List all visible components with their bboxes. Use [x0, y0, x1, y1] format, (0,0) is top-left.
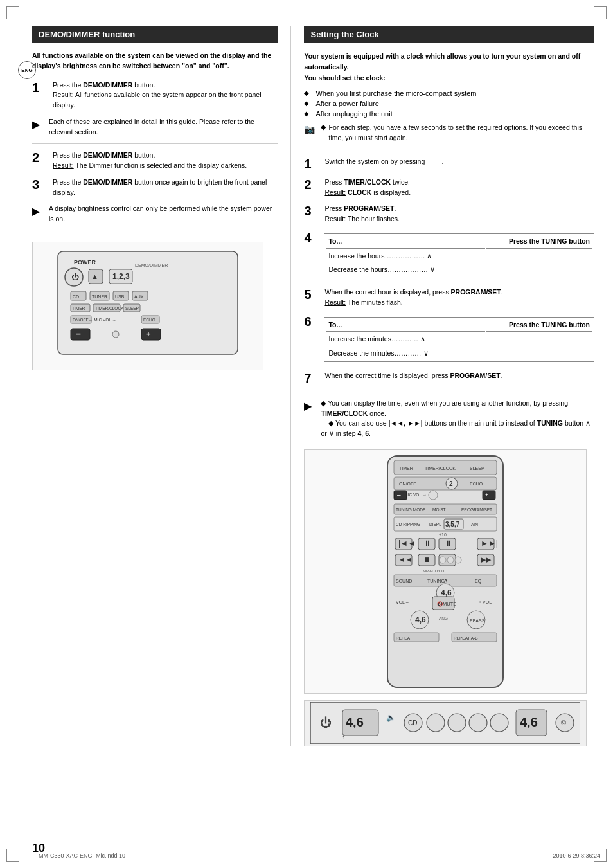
bold-text: DEMO/DIMMER: [83, 81, 132, 89]
step-number: 3: [32, 177, 49, 192]
svg-text:ON/OFF: ON/OFF: [73, 318, 89, 322]
svg-text:REPEAT A-B: REPEAT A-B: [454, 636, 478, 640]
svg-text:+: +: [485, 492, 488, 498]
bullet-list: ◆ When you first purchase the micro-comp…: [304, 89, 594, 118]
svg-text:VOL –: VOL –: [396, 600, 409, 604]
left-note-1: ▶ Each of these are explained in detail …: [32, 117, 278, 138]
right-intro: Your system is equipped with a clock whi…: [304, 51, 594, 83]
table-cell: [486, 333, 592, 346]
svg-text:+10: +10: [439, 532, 447, 537]
svg-text:4,6: 4,6: [520, 715, 538, 729]
bullet-text: After unplugging the unit: [315, 110, 392, 118]
svg-text:___: ___: [386, 727, 397, 734]
svg-point-108: [448, 714, 466, 732]
bold-text: TIMER/CLOCK: [321, 410, 368, 417]
bold-text: 4: [358, 429, 362, 437]
right-bottom-note-1: ▶ ◆ You can display the time, even when …: [304, 399, 594, 439]
bold-text: DEMO/DIMMER: [83, 178, 132, 186]
arrow-icon: ▶: [304, 400, 317, 412]
svg-text:🔇MUTE: 🔇MUTE: [437, 601, 456, 607]
svg-point-73: [440, 557, 446, 563]
table-row: Decrease the hours……………… ∨: [326, 264, 592, 276]
step-content: Press TIMER/CLOCK twice. Result: CLOCK i…: [324, 177, 411, 198]
step-content: Switch the system on by pressing .: [324, 157, 443, 167]
step-number: 5: [304, 287, 321, 302]
divider: [32, 143, 278, 144]
diamond-icon: ◆: [321, 123, 326, 131]
svg-text:AIN: AIN: [471, 522, 478, 527]
right-step-4: 4 To... Press the TUNING button Increase…: [304, 231, 594, 281]
divider: [304, 392, 594, 392]
step-number: 1: [32, 80, 49, 95]
camera-icon: 📷: [304, 124, 317, 134]
bold-text: |◄◄, ►►|: [388, 419, 422, 427]
svg-point-75: [455, 557, 461, 563]
svg-text:▶▶: ▶▶: [481, 556, 492, 563]
svg-text:⏸: ⏸: [445, 539, 452, 548]
svg-text:ECHO: ECHO: [470, 482, 483, 486]
right-section-title: Setting the Clock: [304, 26, 594, 43]
svg-text:CD RIPPING: CD RIPPING: [396, 522, 420, 527]
bold-text: CLOCK: [348, 188, 371, 196]
table-header-col1: To...: [326, 319, 485, 332]
table-cell: [486, 250, 592, 263]
step-number: 2: [304, 177, 321, 192]
bold-text: PROGRAM/SET: [451, 288, 501, 296]
remote-svg: TIMER TIMER/CLOCK SLEEP ON/OFF 2 ECHO ← …: [375, 453, 516, 691]
right-column: Setting the Clock Your system is equippe…: [291, 26, 594, 746]
diamond-icon: ◆: [321, 399, 328, 407]
svg-text:1: 1: [342, 735, 346, 741]
right-step-3: 3 Press PROGRAM/SET. Result: The hour fl…: [304, 204, 594, 224]
diamond-icon: ◆: [304, 100, 313, 107]
bold-text: PROGRAM/SET: [344, 204, 394, 212]
arrow-icon: ▶: [32, 205, 45, 217]
display-svg: ⏻ 4,6 🔈 ___ CD 4,6: [310, 702, 580, 744]
right-step-5: 5 When the correct hour is displayed, pr…: [304, 287, 594, 308]
table-row: Increase the hours……………… ∧: [326, 250, 592, 263]
step-content: To... Press the TUNING button Increase t…: [324, 314, 594, 365]
svg-text:∧: ∧: [443, 577, 448, 584]
svg-text:MOIST: MOIST: [432, 507, 446, 512]
note-text: A display brightness control can only be…: [49, 204, 278, 224]
svg-text:⏻: ⏻: [320, 716, 332, 729]
right-step-1: 1 Switch the system on by pressing .: [304, 157, 594, 171]
should-set-label: You should set the clock:: [304, 74, 385, 82]
svg-text:3,5,7: 3,5,7: [445, 521, 460, 528]
bold-text: 6: [365, 429, 369, 437]
table-cell: Decrease the hours……………… ∨: [326, 264, 485, 276]
svg-text:TUNING: TUNING: [427, 579, 445, 583]
footer-right: 2010-6-29 8:36:24: [553, 853, 600, 859]
footer-left: MM-C330-XAC-ENG- Mic.indd 10: [39, 853, 125, 859]
svg-text:⏸: ⏸: [423, 539, 431, 548]
intro-bold: Your system is equipped with a clock whi…: [304, 52, 580, 71]
note-text: ◆ You can display the time, even when yo…: [321, 399, 594, 439]
step-number: 2: [32, 150, 49, 165]
table-header-row: To... Press the TUNING button: [326, 319, 592, 332]
svg-rect-30: [141, 329, 161, 340]
svg-text:SOUND: SOUND: [396, 579, 412, 583]
diamond-icon: ◆: [304, 89, 313, 96]
result-label: Result:: [324, 215, 346, 222]
bold-text: TIMER/CLOCK: [344, 178, 391, 186]
step-number: 6: [304, 314, 321, 329]
svg-text:4,6: 4,6: [415, 615, 426, 624]
step-4-table: To... Press the TUNING button Increase t…: [324, 233, 594, 278]
bold-text: DEMO/DIMMER: [83, 151, 132, 159]
left-intro-text: All functions available on the system ca…: [32, 51, 278, 71]
table-cell: [486, 264, 592, 276]
bold-text: TUNING: [537, 419, 563, 427]
step-content: Press the DEMO/DIMMER button. Result: Al…: [53, 80, 278, 111]
step-number: 3: [304, 204, 321, 218]
svg-point-110: [490, 714, 508, 732]
svg-rect-47: [483, 491, 495, 500]
camera-note: 📷 ◆ For each step, you have a few second…: [304, 123, 594, 143]
svg-text:USB: USB: [115, 294, 125, 299]
camera-note-text: For each step, you have a few seconds to…: [328, 123, 594, 143]
svg-text:⏹: ⏹: [423, 556, 431, 563]
svg-text:1,2,3: 1,2,3: [112, 272, 130, 281]
bold-text: PROGRAM/SET: [450, 372, 500, 379]
svg-text:SLEEP: SLEEP: [470, 466, 484, 471]
right-step-2: 2 Press TIMER/CLOCK twice. Result: CLOCK…: [304, 177, 594, 198]
svg-text:TIMER/CLOCK: TIMER/CLOCK: [425, 466, 456, 471]
note-text: Each of these are explained in detail in…: [49, 117, 278, 138]
